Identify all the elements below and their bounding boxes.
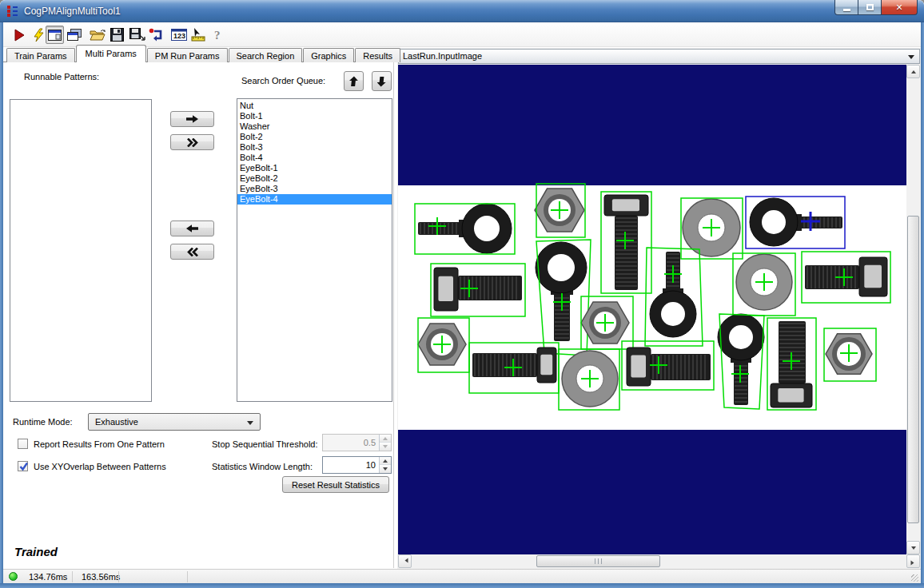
spin-down-icon[interactable] xyxy=(380,465,391,473)
move-all-right-button[interactable] xyxy=(170,134,214,150)
queue-item-bolt-4[interactable]: Bolt-4 xyxy=(237,153,392,163)
tab-pm-run-params[interactable]: PM Run Params xyxy=(147,48,228,62)
trigger-lightning-icon[interactable] xyxy=(29,26,47,44)
measure-pointer-icon[interactable] xyxy=(189,26,207,44)
status-green-light-icon xyxy=(9,572,18,581)
queue-item-eyebolt-4[interactable]: EyeBolt-4 xyxy=(237,194,392,205)
app-window: CogPMAlignMultiTool1 ✕ 123 ? xyxy=(0,0,924,588)
tab-graphics[interactable]: Graphics xyxy=(303,48,354,62)
open-file-icon[interactable] xyxy=(88,26,106,44)
run-icon[interactable] xyxy=(10,26,28,44)
runnable-patterns-listbox[interactable] xyxy=(10,99,152,402)
move-left-button[interactable] xyxy=(170,220,214,236)
report-results-label: Report Results From One Pattern xyxy=(34,439,165,449)
statusbar: 134.76ms 163.56ms xyxy=(3,569,921,583)
svg-text:?: ? xyxy=(214,29,221,42)
chevron-down-icon xyxy=(247,421,253,428)
stop-sequential-threshold-label: Stop Sequential Threshold: xyxy=(212,439,318,449)
xyoverlap-checkbox[interactable] xyxy=(18,461,28,471)
window-border xyxy=(921,22,924,588)
stop-sequential-threshold-spinner[interactable]: 0.5 xyxy=(322,434,392,451)
threshold-value: 0.5 xyxy=(364,438,376,447)
report-results-checkbox[interactable] xyxy=(18,439,28,449)
runnable-patterns-label: Runnable Patterns: xyxy=(24,72,99,81)
runtime-mode-label: Runtime Mode: xyxy=(13,417,73,427)
queue-move-up-button[interactable] xyxy=(344,71,364,91)
image-display-panel: LastRun.InputImage xyxy=(397,48,921,569)
tab-results[interactable]: Results xyxy=(355,48,400,62)
reset-result-statistics-button[interactable]: Reset Result Statistics xyxy=(282,476,389,493)
help-icon[interactable]: ? xyxy=(209,26,228,44)
vertical-scrollbar[interactable] xyxy=(906,65,920,554)
queue-item-eyebolt-3[interactable]: EyeBolt-3 xyxy=(237,184,392,194)
window-border xyxy=(0,22,3,588)
arrow-down-icon xyxy=(377,76,387,87)
image-selector-value: LastRun.InputImage xyxy=(403,51,482,61)
statistics-window-length-spinner[interactable]: 10 xyxy=(322,456,392,474)
runtime-mode-combobox[interactable]: Exhaustive xyxy=(88,413,261,431)
queue-item-nut[interactable]: Nut xyxy=(237,101,392,111)
queue-item-eyebolt-2[interactable]: EyeBolt-2 xyxy=(237,173,392,184)
queue-move-down-button[interactable] xyxy=(372,71,392,91)
queue-item-washer[interactable]: Washer xyxy=(237,121,392,132)
toolbar: 123 ? xyxy=(3,22,921,47)
spin-down-icon[interactable] xyxy=(380,443,391,451)
titlebar: CogPMAlignMultiTool1 ✕ xyxy=(0,0,924,22)
app-icon xyxy=(6,5,19,18)
horizontal-scrollbar[interactable] xyxy=(398,554,920,568)
maximize-button[interactable] xyxy=(858,0,881,15)
scroll-right-icon[interactable] xyxy=(906,554,920,568)
save-file-icon[interactable] xyxy=(108,26,126,44)
input-image-display[interactable] xyxy=(398,65,906,554)
horizontal-scrollbar-thumb[interactable] xyxy=(536,555,660,567)
resize-grip[interactable] xyxy=(911,574,918,582)
trained-status: Trained xyxy=(14,545,58,558)
move-all-left-button[interactable] xyxy=(170,244,214,260)
float-display-icon[interactable] xyxy=(65,26,83,44)
window-border xyxy=(0,583,924,588)
tab-train-params[interactable]: Train Params xyxy=(6,48,75,62)
scroll-left-icon[interactable] xyxy=(398,554,412,568)
scroll-up-icon[interactable] xyxy=(906,65,920,78)
search-order-listbox[interactable]: NutBolt-1WasherBolt-2Bolt-3Bolt-4EyeBolt… xyxy=(237,98,392,402)
double-arrow-left-icon xyxy=(186,248,199,256)
vertical-scrollbar-thumb[interactable] xyxy=(907,216,919,523)
arrow-right-icon xyxy=(185,115,199,123)
save-as-icon[interactable] xyxy=(128,26,146,44)
close-button[interactable]: ✕ xyxy=(881,0,918,15)
chevron-down-icon xyxy=(908,55,914,62)
spin-up-icon[interactable] xyxy=(380,435,391,443)
svg-text:123: 123 xyxy=(173,32,185,40)
minimize-button[interactable] xyxy=(834,0,858,15)
scroll-down-icon[interactable] xyxy=(906,541,920,554)
statistics-window-length-label: Statistics Window Length: xyxy=(212,462,313,471)
queue-item-bolt-2[interactable]: Bolt-2 xyxy=(237,132,392,142)
arrow-left-icon xyxy=(185,224,199,232)
image-selector-combobox[interactable]: LastRun.InputImage xyxy=(398,49,920,64)
queue-item-bolt-3[interactable]: Bolt-3 xyxy=(237,142,392,153)
status-time-2: 163.56ms xyxy=(82,572,120,582)
window-length-value: 10 xyxy=(366,460,376,470)
double-arrow-right-icon xyxy=(186,138,199,147)
arrow-up-icon xyxy=(349,76,359,87)
window-title: CogPMAlignMultiTool1 xyxy=(24,6,121,17)
queue-item-bolt-1[interactable]: Bolt-1 xyxy=(237,111,392,121)
search-order-queue-label: Search Order Queue: xyxy=(241,76,325,85)
tab-search-region[interactable]: Search Region xyxy=(229,48,303,62)
queue-item-eyebolt-1[interactable]: EyeBolt-1 xyxy=(237,163,392,173)
runtime-mode-value: Exhaustive xyxy=(95,417,138,427)
numeric-display-icon[interactable]: 123 xyxy=(169,26,188,44)
tabstrip: Train ParamsMulti ParamsPM Run ParamsSea… xyxy=(6,47,401,62)
move-right-button[interactable] xyxy=(170,111,214,127)
tab-multi-params[interactable]: Multi Params xyxy=(76,45,146,62)
spin-up-icon[interactable] xyxy=(380,457,391,465)
xyoverlap-label: Use XYOverlap Between Patterns xyxy=(34,462,166,471)
multi-params-page: Runnable Patterns: Search Order Queue: N… xyxy=(3,62,394,568)
show-result-display-icon[interactable] xyxy=(46,26,64,44)
status-time-1: 134.76ms xyxy=(29,572,67,582)
reset-tool-icon[interactable] xyxy=(147,26,165,44)
